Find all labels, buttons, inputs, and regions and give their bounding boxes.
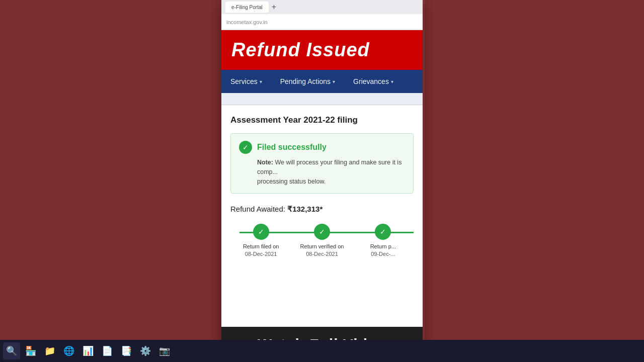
outer-background: e-Filing Portal + incometax.gov.in Refun… xyxy=(0,0,644,362)
success-title: Filed successfully xyxy=(257,143,327,152)
taskbar-camera-icon[interactable]: 📷 xyxy=(156,342,173,359)
nav-bar: Services ▾ Pending Actions ▾ Grievances … xyxy=(221,70,423,93)
taskbar-word-icon[interactable]: 📄 xyxy=(99,342,116,359)
taskbar-excel-icon[interactable]: 📊 xyxy=(79,342,97,359)
taskbar-powerpoint-icon[interactable]: 📑 xyxy=(118,342,135,359)
timeline: ✓ Return filed on 08-Dec-2021 ✓ Return v… xyxy=(230,224,414,256)
refund-banner: Refund Issued xyxy=(221,30,423,70)
success-box: ✓ Filed successfully Note: We will proce… xyxy=(230,133,414,194)
taskbar-store-icon[interactable]: 🏪 xyxy=(22,342,39,359)
taskbar-search-icon[interactable]: 🔍 xyxy=(3,342,20,359)
browser-tab[interactable]: e-Filing Portal xyxy=(225,2,269,13)
success-icon: ✓ xyxy=(239,141,252,154)
note-label: Note: xyxy=(257,159,273,166)
right-panel xyxy=(425,0,644,362)
left-panel xyxy=(0,0,221,362)
timeline-label-1: Return filed on xyxy=(243,243,279,250)
nav-services-chevron: ▾ xyxy=(260,79,262,84)
address-bar[interactable]: incometax.gov.in xyxy=(221,14,423,30)
success-note: Note: We will process your filing and ma… xyxy=(257,158,405,186)
timeline-step-2: ✓ Return verified on 08-Dec-2021 xyxy=(291,224,352,256)
page-content: Refund Issued Services ▾ Pending Actions… xyxy=(221,30,423,362)
taskbar-settings-icon[interactable]: ⚙️ xyxy=(137,342,154,359)
browser-window: e-Filing Portal + incometax.gov.in Refun… xyxy=(221,0,423,362)
refund-label: Refund Awaited: xyxy=(230,205,285,213)
nav-item-services[interactable]: Services ▾ xyxy=(221,70,271,93)
timeline-step-3: ✓ Return p... 09-Dec-... xyxy=(353,224,414,256)
address-url: incometax.gov.in xyxy=(226,19,268,25)
timeline-label-2: Return verified on xyxy=(300,243,344,250)
main-body: Assessment Year 2021-22 filing ✓ Filed s… xyxy=(221,105,423,362)
taskbar-chrome-icon[interactable]: 🌐 xyxy=(60,342,77,359)
nav-grievances-chevron: ▾ xyxy=(391,79,393,84)
new-tab-button[interactable]: + xyxy=(272,3,276,11)
timeline-step-1: ✓ Return filed on 08-Dec-2021 xyxy=(230,224,291,256)
timeline-circle-2: ✓ xyxy=(314,224,330,240)
browser-tab-bar: e-Filing Portal + xyxy=(221,0,423,14)
nav-grievances-label: Grievances xyxy=(353,77,389,85)
nav-item-pending[interactable]: Pending Actions ▾ xyxy=(271,70,344,93)
refund-amount-value: ₹132,313* xyxy=(287,205,323,213)
refund-banner-text: Refund Issued xyxy=(231,39,370,60)
timeline-date-3: 09-Dec-... xyxy=(371,251,395,257)
assessment-title: Assessment Year 2021-22 filing xyxy=(230,115,414,125)
sub-nav xyxy=(221,93,423,105)
nav-pending-label: Pending Actions xyxy=(280,77,331,85)
nav-pending-chevron: ▾ xyxy=(333,79,335,84)
nav-services-label: Services xyxy=(230,77,258,85)
timeline-date-1: 08-Dec-2021 xyxy=(245,251,277,257)
note-text-2: processing status below. xyxy=(257,178,326,185)
timeline-circle-1: ✓ xyxy=(253,224,269,240)
success-header: ✓ Filed successfully xyxy=(239,141,405,154)
timeline-label-3: Return p... xyxy=(370,243,396,250)
tab-label: e-Filing Portal xyxy=(231,5,263,10)
nav-item-grievances[interactable]: Grievances ▾ xyxy=(344,70,403,93)
taskbar-explorer-icon[interactable]: 📁 xyxy=(41,342,58,359)
refund-awaited: Refund Awaited: ₹132,313* xyxy=(230,205,414,214)
timeline-date-2: 08-Dec-2021 xyxy=(306,251,338,257)
note-text: We will process your filing and make sur… xyxy=(257,159,401,175)
taskbar: 🔍 🏪 📁 🌐 📊 📄 📑 ⚙️ 📷 xyxy=(0,340,644,362)
timeline-circle-3: ✓ xyxy=(375,224,391,240)
